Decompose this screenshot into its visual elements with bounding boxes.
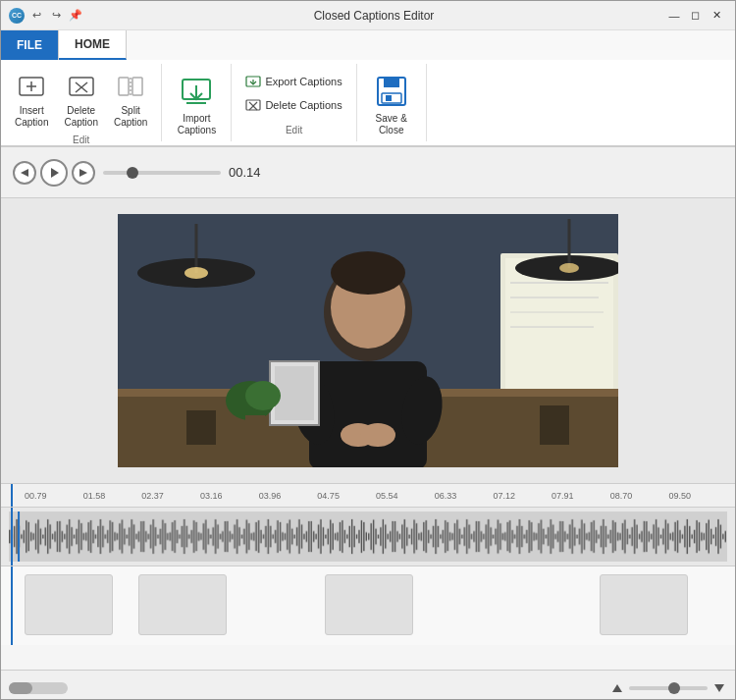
zoom-out-button[interactable] — [609, 680, 625, 696]
ruler-tick: 03.16 — [200, 491, 259, 501]
caption-block[interactable] — [325, 574, 413, 635]
zoom-slider-thumb[interactable] — [668, 682, 680, 694]
caption-block[interactable] — [138, 574, 227, 635]
ruler-tick: 07.91 — [552, 491, 610, 501]
horizontal-scrollbar[interactable] — [9, 682, 68, 694]
zoom-controls — [609, 680, 727, 696]
next-button[interactable] — [72, 161, 95, 185]
import-buttons: ImportCaptions — [170, 68, 223, 140]
ruler-tick: 02.37 — [141, 491, 200, 501]
scrollbar-thumb[interactable] — [9, 682, 32, 694]
play-button[interactable] — [40, 159, 68, 187]
waveform-canvas — [9, 512, 727, 562]
edit-group-label: Edit — [73, 133, 89, 145]
svg-rect-6 — [119, 78, 129, 95]
delete-caption-label: DeleteCaption — [64, 105, 97, 129]
app-title: Closed Captions Editor — [314, 9, 435, 23]
playback-section: 00.14 — [1, 147, 735, 198]
ribbon-group-import: ImportCaptions — [162, 64, 232, 141]
window-controls: — ◻ ✕ — [664, 6, 727, 26]
split-caption-button[interactable]: SplitCaption — [108, 68, 153, 133]
app-icon: CC — [9, 8, 25, 24]
ruler-tick: 00.79 — [25, 491, 83, 501]
ruler-tick: 06.33 — [435, 491, 494, 501]
zoom-in-button[interactable] — [711, 680, 727, 696]
timeline-container: 00.7901.5802.3703.1603.9604.7505.5406.33… — [1, 483, 735, 670]
ruler-ticks: 00.7901.5802.3703.1603.9604.7505.5406.33… — [9, 491, 727, 501]
ribbon-group-save: Save &Close — [357, 64, 427, 141]
time-slider-thumb[interactable] — [127, 167, 138, 179]
svg-rect-14 — [246, 100, 260, 110]
ribbon-tabs: FILE HOME — [1, 30, 735, 60]
video-frame — [118, 214, 618, 467]
ruler-tick: 07.12 — [493, 491, 552, 501]
ruler-tick: 01.58 — [83, 491, 142, 501]
ruler-tick: 08.70 — [610, 491, 669, 501]
delete-caption-button[interactable]: DeleteCaption — [58, 68, 103, 133]
import-captions-icon — [177, 72, 216, 111]
svg-rect-53 — [540, 405, 569, 445]
time-display: 00.14 — [229, 165, 261, 180]
export-delete-container: Export Captions Delete Captions Edit — [239, 68, 347, 135]
close-button[interactable]: ✕ — [708, 6, 727, 26]
save-close-label: Save &Close — [376, 113, 407, 136]
svg-marker-55 — [612, 684, 622, 692]
delete-captions-button[interactable]: Delete Captions — [239, 95, 347, 115]
svg-rect-52 — [245, 415, 265, 430]
svg-rect-54 — [186, 410, 216, 445]
playback-controls — [13, 159, 95, 187]
svg-rect-3 — [70, 78, 93, 95]
svg-marker-21 — [21, 169, 28, 177]
waveform-area[interactable] — [1, 508, 735, 566]
bottom-bar — [1, 670, 735, 700]
import-captions-label: ImportCaptions — [178, 113, 216, 136]
split-caption-label: SplitCaption — [114, 105, 147, 129]
save-buttons: Save &Close — [365, 68, 418, 140]
zoom-slider[interactable] — [629, 686, 708, 690]
svg-marker-23 — [79, 169, 87, 177]
insert-caption-label: InsertCaption — [15, 105, 48, 129]
ruler-tick: 03.96 — [259, 491, 318, 501]
insert-caption-icon — [16, 72, 47, 103]
tab-home[interactable]: HOME — [59, 30, 127, 60]
title-bar-left: CC ↩ ↪ 📌 — [9, 8, 83, 24]
tab-file[interactable]: FILE — [1, 30, 59, 60]
ruler-tick: 09.50 — [668, 491, 727, 501]
edit-label2: Edit — [239, 123, 347, 135]
export-captions-button[interactable]: Export Captions — [239, 72, 347, 91]
svg-rect-7 — [132, 78, 142, 95]
export-icon — [245, 74, 261, 89]
playhead-ruler — [11, 484, 13, 507]
export-captions-label: Export Captions — [265, 76, 342, 87]
title-bar: CC ↩ ↪ 📌 Closed Captions Editor — ◻ ✕ — [1, 1, 735, 30]
restore-button[interactable]: ◻ — [686, 6, 706, 26]
ribbon-group-edit: InsertCaption DeleteCaption — [1, 64, 162, 141]
time-slider[interactable] — [103, 171, 221, 175]
playhead-captions — [11, 566, 13, 645]
delete-captions-label: Delete Captions — [265, 99, 342, 111]
prev-button[interactable] — [13, 161, 36, 185]
delete-captions-icon — [245, 97, 261, 113]
svg-rect-20 — [386, 95, 392, 101]
playhead-waveform — [11, 508, 13, 565]
ribbon-content: InsertCaption DeleteCaption — [1, 60, 735, 146]
svg-rect-49 — [275, 366, 314, 420]
svg-point-51 — [245, 381, 281, 410]
caption-block[interactable] — [600, 574, 688, 635]
svg-point-36 — [331, 251, 405, 295]
svg-point-44 — [184, 267, 208, 279]
import-captions-button[interactable]: ImportCaptions — [170, 68, 223, 140]
pin-button[interactable]: 📌 — [68, 8, 83, 24]
undo-button[interactable]: ↩ — [28, 8, 44, 24]
save-close-icon — [372, 72, 411, 111]
redo-button[interactable]: ↪ — [48, 8, 64, 24]
ribbon-group-export-delete: Export Captions Delete Captions Edit — [232, 64, 356, 141]
save-close-button[interactable]: Save &Close — [365, 68, 418, 140]
timeline-ruler: 00.7901.5802.3703.1603.9604.7505.5406.33… — [1, 484, 735, 508]
svg-rect-18 — [384, 78, 399, 87]
insert-caption-button[interactable]: InsertCaption — [9, 68, 54, 133]
video-container — [1, 198, 735, 483]
minimize-button[interactable]: — — [664, 6, 684, 26]
split-caption-icon — [115, 72, 146, 103]
caption-block[interactable] — [25, 574, 113, 635]
